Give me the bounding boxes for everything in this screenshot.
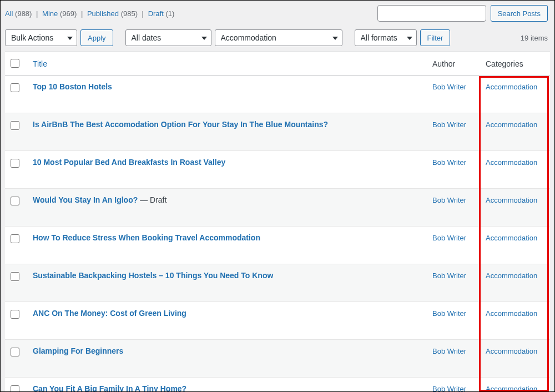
post-state: — Draft: [138, 195, 167, 204]
dates-select[interactable]: All dates: [125, 29, 211, 46]
post-title-link[interactable]: Sustainable Backpacking Hostels – 10 Thi…: [33, 271, 273, 280]
top-row: All (988) | Mine (969) | Published (985)…: [1, 1, 554, 26]
author-link[interactable]: Bob Writer: [432, 120, 466, 129]
main-area: Title Author Categories Top 10 Boston Ho…: [5, 52, 550, 392]
tablenav: Bulk Actions Apply All dates Accommodati…: [1, 26, 554, 52]
search-input[interactable]: [377, 5, 486, 22]
post-title-link[interactable]: 10 Most Popular Bed And Breakfasts In Ro…: [33, 158, 225, 167]
filter-published-link[interactable]: Published: [87, 9, 119, 18]
filter-links: All (988) | Mine (969) | Published (985)…: [5, 9, 174, 18]
post-title-link[interactable]: Would You Stay In An Igloo?: [33, 195, 138, 204]
items-count: 19 items: [521, 34, 548, 42]
category-link[interactable]: Accommodation: [486, 272, 537, 280]
filter-mine-count: (969): [60, 9, 77, 18]
category-link[interactable]: Accommodation: [486, 158, 537, 167]
row-checkbox[interactable]: [11, 348, 19, 356]
filter-all-link[interactable]: All: [5, 9, 13, 18]
author-link[interactable]: Bob Writer: [432, 347, 466, 355]
author-link[interactable]: Bob Writer: [432, 196, 466, 204]
category-link[interactable]: Accommodation: [486, 234, 537, 242]
table-row: How To Reduce Stress When Booking Travel…: [5, 227, 550, 264]
category-link[interactable]: Accommodation: [486, 309, 537, 318]
filter-all-count: (988): [15, 9, 32, 18]
apply-button[interactable]: Apply: [80, 29, 113, 46]
author-link[interactable]: Bob Writer: [432, 309, 466, 318]
category-link[interactable]: Accommodation: [486, 385, 537, 392]
post-title-link[interactable]: Can You Fit A Big Family In A Tiny Home?: [33, 384, 186, 392]
filter-draft-count: (1): [165, 9, 174, 18]
author-link[interactable]: Bob Writer: [432, 272, 466, 280]
author-link[interactable]: Bob Writer: [432, 385, 466, 392]
table-row: 10 Most Popular Bed And Breakfasts In Ro…: [5, 151, 550, 189]
row-checkbox[interactable]: [11, 159, 19, 168]
category-link[interactable]: Accommodation: [486, 347, 537, 355]
posts-table: Title Author Categories Top 10 Boston Ho…: [5, 52, 550, 392]
select-all-checkbox[interactable]: [11, 59, 19, 68]
post-title-link[interactable]: Top 10 Boston Hotels: [33, 82, 112, 91]
column-title[interactable]: Title: [27, 52, 427, 76]
row-checkbox[interactable]: [11, 272, 19, 281]
filter-mine-link[interactable]: Mine: [42, 9, 58, 18]
formats-select[interactable]: All formats: [355, 29, 417, 46]
filter-published-count: (985): [121, 9, 138, 18]
post-title-link[interactable]: Is AirBnB The Best Accomodation Option F…: [33, 120, 328, 129]
row-checkbox[interactable]: [11, 385, 19, 392]
category-link[interactable]: Accommodation: [486, 83, 537, 91]
table-row: Sustainable Backpacking Hostels – 10 Thi…: [5, 264, 550, 302]
row-checkbox[interactable]: [11, 197, 19, 205]
row-checkbox[interactable]: [11, 83, 19, 92]
row-checkbox[interactable]: [11, 121, 19, 130]
column-author: Author: [427, 52, 480, 76]
filter-draft-link[interactable]: Draft: [148, 9, 164, 18]
post-title-link[interactable]: How To Reduce Stress When Booking Travel…: [33, 233, 260, 242]
table-row: Glamping For BeginnersBob WriterAccommod…: [5, 340, 550, 378]
category-link[interactable]: Accommodation: [486, 120, 537, 129]
category-select[interactable]: Accommodation: [215, 29, 342, 46]
row-checkbox[interactable]: [11, 234, 19, 243]
row-checkbox[interactable]: [11, 310, 19, 319]
author-link[interactable]: Bob Writer: [432, 158, 466, 167]
table-row: Can You Fit A Big Family In A Tiny Home?…: [5, 378, 550, 393]
category-link[interactable]: Accommodation: [486, 196, 537, 204]
post-title-link[interactable]: Glamping For Beginners: [33, 346, 123, 355]
search-posts-button[interactable]: Search Posts: [491, 5, 548, 22]
table-row: Is AirBnB The Best Accomodation Option F…: [5, 113, 550, 151]
author-link[interactable]: Bob Writer: [432, 83, 466, 91]
author-link[interactable]: Bob Writer: [432, 234, 466, 242]
table-row: Top 10 Boston HotelsBob WriterAccommodat…: [5, 76, 550, 113]
post-title-link[interactable]: ANC On The Money: Cost of Green Living: [33, 309, 186, 318]
search-area: Search Posts: [377, 5, 548, 22]
bulk-actions-select[interactable]: Bulk Actions: [5, 29, 77, 46]
table-row: ANC On The Money: Cost of Green LivingBo…: [5, 302, 550, 340]
column-categories: Categories: [480, 52, 550, 76]
table-row: Would You Stay In An Igloo? — DraftBob W…: [5, 189, 550, 227]
filter-button[interactable]: Filter: [420, 29, 451, 46]
